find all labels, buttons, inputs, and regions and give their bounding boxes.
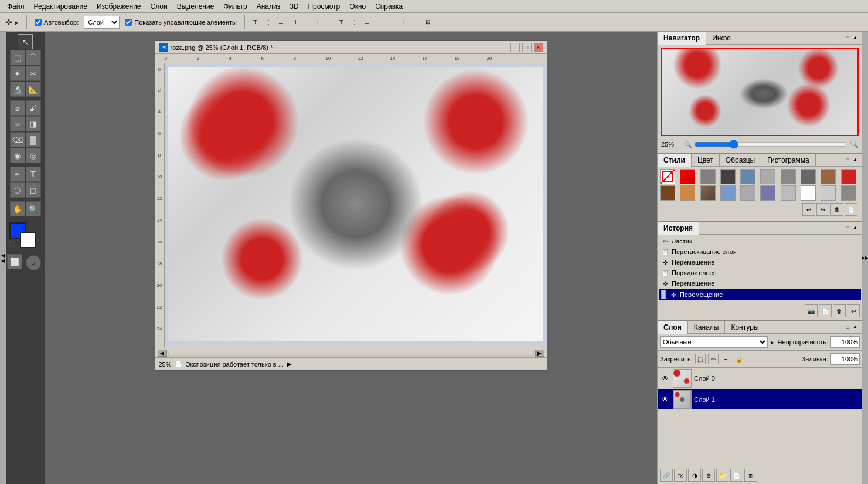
opacity-input[interactable] bbox=[830, 336, 860, 348]
lock-pixels-btn[interactable]: ✏ bbox=[708, 354, 719, 364]
distribute-hcenter-btn[interactable]: ⋯ bbox=[387, 16, 399, 28]
panel-menu-btn[interactable]: ≡ bbox=[843, 33, 853, 43]
lock-position-btn[interactable]: + bbox=[721, 354, 731, 364]
status-expand[interactable]: ▶ bbox=[287, 361, 292, 367]
tab-navigator[interactable]: Навигатор bbox=[658, 32, 706, 45]
tab-color[interactable]: Цвет bbox=[692, 154, 720, 167]
tab-paths[interactable]: Контуры bbox=[725, 321, 765, 334]
scroll-left-btn[interactable]: ◀ bbox=[158, 350, 167, 357]
marquee-tool[interactable]: ⬚ bbox=[10, 50, 25, 65]
tab-styles[interactable]: Стили bbox=[658, 154, 692, 167]
standard-mode[interactable]: ⬜ bbox=[7, 254, 22, 269]
layer-0-visibility[interactable]: 👁 bbox=[660, 373, 670, 384]
layer-item-0[interactable]: 👁 Слой 0 bbox=[658, 368, 862, 389]
menu-filter[interactable]: Фильтр bbox=[219, 1, 251, 12]
eraser-tool[interactable]: ⌫ bbox=[10, 132, 25, 147]
history-brush-tool[interactable]: ◨ bbox=[26, 116, 41, 131]
autoselect-checkbox[interactable]: Автовыбор: bbox=[32, 17, 81, 28]
clone-tool[interactable]: ⎃ bbox=[10, 116, 25, 131]
style-10[interactable] bbox=[660, 185, 675, 201]
style-7[interactable] bbox=[801, 169, 816, 184]
left-panel-collapse[interactable]: ◀◀ bbox=[0, 32, 6, 484]
distribute-vcenter-btn[interactable]: ⋮ bbox=[349, 16, 360, 28]
menu-image[interactable]: Изображение bbox=[92, 1, 146, 12]
blur-tool[interactable]: ◉ bbox=[10, 148, 25, 163]
menu-file[interactable]: Файл bbox=[2, 1, 29, 12]
quick-mask-mode[interactable]: ○ bbox=[26, 255, 41, 270]
collapse-navigator-btn[interactable]: ▲ bbox=[853, 35, 860, 42]
fill-tool[interactable]: ▓ bbox=[26, 132, 41, 147]
distribute-top-btn[interactable]: ⊤ bbox=[336, 16, 348, 28]
eyedropper-tool[interactable]: 🔬 bbox=[10, 82, 25, 97]
styles-action-4[interactable]: 📄 bbox=[845, 203, 857, 216]
history-item-2[interactable]: ✜ Перемещение bbox=[659, 257, 861, 268]
history-item-4[interactable]: ✜ Перемещение bbox=[659, 278, 861, 289]
close-btn[interactable]: × bbox=[534, 43, 543, 52]
right-panel-collapse[interactable]: ▶▶ bbox=[862, 32, 868, 484]
tab-channels[interactable]: Каналы bbox=[688, 321, 726, 334]
collapse-styles-btn[interactable]: ▲ bbox=[853, 157, 860, 164]
history-new-document-btn[interactable]: 📄 bbox=[819, 304, 832, 317]
style-18[interactable] bbox=[821, 185, 836, 201]
history-item-0[interactable]: ✏ Ластик bbox=[659, 236, 861, 246]
canvas[interactable] bbox=[165, 63, 547, 345]
align-vcenter-btn[interactable]: ⋮ bbox=[263, 16, 274, 28]
layer-delete-btn[interactable]: 🗑 bbox=[744, 469, 757, 482]
align-top-btn[interactable]: ⊤ bbox=[250, 16, 261, 28]
menu-analysis[interactable]: Анализ bbox=[252, 1, 285, 12]
style-6[interactable] bbox=[781, 169, 796, 184]
styles-action-2[interactable]: ↪ bbox=[816, 203, 829, 216]
styles-action-1[interactable]: ↩ bbox=[802, 203, 815, 216]
style-3[interactable] bbox=[720, 169, 736, 184]
style-4[interactable] bbox=[740, 169, 755, 184]
style-15[interactable] bbox=[760, 185, 775, 201]
scrollbar-horizontal[interactable]: ◀ ▶ bbox=[155, 348, 547, 357]
align-hcenter-btn[interactable]: ⋯ bbox=[301, 16, 313, 28]
fill-input[interactable] bbox=[830, 353, 860, 365]
lasso-tool[interactable]: ⌒ bbox=[26, 50, 41, 65]
zoom-out-icon[interactable]: 🔍 bbox=[685, 141, 692, 148]
zoom-tool[interactable]: 🔍 bbox=[26, 201, 41, 216]
style-5[interactable] bbox=[760, 169, 775, 184]
lock-transparent-btn[interactable]: ⬚ bbox=[695, 354, 706, 364]
tab-info[interactable]: Инфо bbox=[706, 32, 737, 45]
distribute-bottom-btn[interactable]: ⊥ bbox=[362, 16, 373, 28]
layer-fx-btn[interactable]: fx bbox=[674, 469, 687, 482]
style-12[interactable] bbox=[700, 185, 716, 201]
layer-item-1[interactable]: 👁 Слой 1 bbox=[658, 389, 862, 410]
layer-link-btn[interactable]: 🔗 bbox=[660, 469, 673, 482]
style-2[interactable] bbox=[700, 169, 716, 184]
brush-tool[interactable]: 🖌 bbox=[26, 100, 41, 116]
move-tool[interactable]: ↖ bbox=[18, 34, 33, 49]
dodge-tool[interactable]: ◎ bbox=[26, 148, 41, 163]
history-item-3[interactable]: 📋 Порядок слоев bbox=[659, 268, 861, 278]
tab-histogram[interactable]: Гистограмма bbox=[761, 154, 815, 167]
history-delete-btn[interactable]: 🗑 bbox=[833, 304, 846, 317]
style-none[interactable] bbox=[660, 169, 675, 184]
styles-action-3[interactable]: 🗑 bbox=[830, 203, 843, 216]
history-menu-btn[interactable]: ≡ bbox=[843, 224, 853, 233]
align-bottom-btn[interactable]: ⊥ bbox=[275, 16, 287, 28]
style-13[interactable] bbox=[720, 185, 736, 201]
layer-adjustment-btn[interactable]: ⊕ bbox=[702, 469, 715, 482]
collapse-history-btn[interactable]: ▲ bbox=[853, 225, 860, 232]
menu-view[interactable]: Просмотр bbox=[303, 1, 345, 12]
history-item-5[interactable]: ✜ Перемещение bbox=[659, 289, 861, 300]
history-new-snapshot-btn[interactable]: 📷 bbox=[805, 304, 818, 317]
maximize-btn[interactable]: □ bbox=[522, 43, 532, 52]
spot-heal-tool[interactable]: ⌀ bbox=[10, 100, 25, 116]
show-controls-checkbox[interactable]: Показать управляющие элементы bbox=[122, 17, 240, 28]
menu-select[interactable]: Выделение bbox=[172, 1, 219, 12]
styles-menu-btn[interactable]: ≡ bbox=[843, 155, 853, 165]
style-11[interactable] bbox=[680, 185, 695, 201]
auto-align-btn[interactable]: ⊞ bbox=[422, 16, 434, 28]
path-select-tool[interactable]: ⬡ bbox=[10, 182, 25, 198]
crop-tool[interactable]: ✂ bbox=[26, 66, 41, 81]
layer-group-btn[interactable]: 📁 bbox=[716, 469, 729, 482]
scroll-right-btn[interactable]: ▶ bbox=[535, 350, 544, 357]
hand-tool[interactable]: ✋ bbox=[10, 201, 25, 216]
style-17[interactable] bbox=[801, 185, 816, 201]
text-tool[interactable]: T bbox=[26, 167, 41, 182]
align-right-btn[interactable]: ⊢ bbox=[314, 16, 326, 28]
zoom-in-icon[interactable]: 🔍 bbox=[850, 140, 859, 148]
